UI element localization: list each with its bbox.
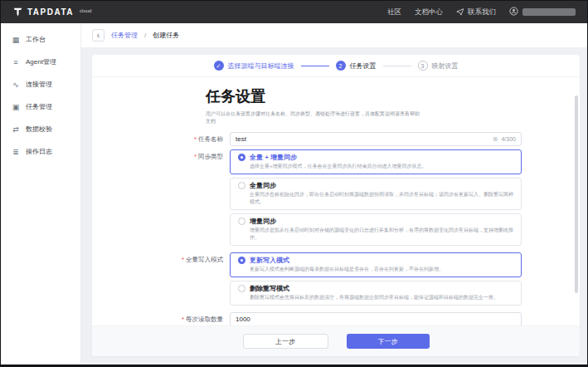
radio-unselected-icon[interactable] xyxy=(238,285,245,292)
step-connector-pending xyxy=(383,66,411,66)
sidebar-item-data-verify[interactable]: ⇄ 数据校验 xyxy=(1,118,80,140)
paper-plane-icon xyxy=(456,7,464,17)
next-step-button[interactable]: 下一步 xyxy=(347,334,430,349)
task-name-label: 任务名称 xyxy=(92,132,230,146)
form-scroll-area: 任务设置 用户可以在任务设置步骤对任务名称、同步类型、遇错处理等进行设置，具体配… xyxy=(92,77,580,325)
step-2-number: 2 xyxy=(336,61,346,71)
top-header: TAPDATA cloud 社区 文档中心 联系我们 xyxy=(1,1,587,23)
username-redacted xyxy=(522,8,576,16)
read-count-input[interactable] xyxy=(236,316,516,323)
breadcrumb: ‹ 任务管理 / 创建任务 xyxy=(81,23,587,47)
write-mode-option-update[interactable]: 更新写入模式 更新写入模式会判断源端的每条数据在目标端是否存在，若存在则更新，不… xyxy=(230,252,522,277)
sidebar-item-connections[interactable]: ∿ 连接管理 xyxy=(1,73,80,95)
step-1-connections[interactable]: ✓ 选择源端与目标端连接 xyxy=(214,61,294,71)
dashboard-icon: ▦ xyxy=(12,36,20,44)
user-menu[interactable] xyxy=(509,7,576,17)
radio-unselected-icon[interactable] xyxy=(238,218,245,225)
tapdata-shield-icon xyxy=(12,7,23,17)
agent-list-icon: ≡ xyxy=(12,58,20,66)
task-icon: ▣ xyxy=(12,103,20,111)
read-count-input-box xyxy=(230,312,522,325)
wizard-footer: 上一步 下一步 xyxy=(92,325,580,356)
task-name-input[interactable] xyxy=(236,135,489,143)
step-3-number: 3 xyxy=(418,61,428,71)
back-button[interactable]: ‹ xyxy=(92,29,104,42)
logo-text: TAPDATA xyxy=(27,7,74,18)
radio-selected-icon[interactable] xyxy=(238,257,245,264)
clear-input-icon[interactable]: ⊗ xyxy=(493,136,498,143)
sync-type-option-incremental[interactable]: 增量同步 增量同步是指从任务启动时刻对存储的源端变化的日志进行采集和分析，有序的… xyxy=(230,213,522,246)
nav-community[interactable]: 社区 xyxy=(387,7,401,17)
read-count-label: 每次读取数量 xyxy=(92,312,230,325)
previous-step-button[interactable]: 上一步 xyxy=(243,334,328,349)
step-1-check-icon: ✓ xyxy=(214,61,224,71)
sidebar-item-workbench[interactable]: ▦ 工作台 xyxy=(1,28,80,51)
nav-docs[interactable]: 文档中心 xyxy=(415,7,443,17)
connection-icon: ∿ xyxy=(12,81,20,89)
sidebar: ▦ 工作台 ≡ Agent管理 ∿ 连接管理 ▣ 任务管理 ⇄ 数据校验 ≣ 操… xyxy=(1,23,81,365)
radio-selected-icon[interactable] xyxy=(238,154,245,161)
char-counter: 4/300 xyxy=(501,136,516,142)
operation-log-icon: ≣ xyxy=(12,148,20,156)
sidebar-item-agent[interactable]: ≡ Agent管理 xyxy=(1,51,80,73)
app-window: TAPDATA cloud 社区 文档中心 联系我们 ▦ xyxy=(0,0,588,367)
read-count-row: 每次读取数量 xyxy=(92,312,580,325)
scrollbar-thumb[interactable] xyxy=(575,95,578,293)
step-connector-done xyxy=(301,66,329,66)
task-name-input-box: ⊗ 4/300 xyxy=(230,132,522,146)
task-name-row: 任务名称 ⊗ 4/300 xyxy=(92,132,580,146)
page-description: 用户可以在任务设置步骤对任务名称、同步类型、遇错处理等进行设置，具体配置说明请查… xyxy=(206,110,420,125)
page-title: 任务设置 xyxy=(206,86,580,106)
breadcrumb-parent-link[interactable]: 任务管理 xyxy=(111,31,138,40)
sidebar-item-operation-log[interactable]: ≣ 操作日志 xyxy=(1,140,80,163)
logo-cloud-badge: cloud xyxy=(80,7,91,14)
nav-contact[interactable]: 联系我们 xyxy=(456,7,496,17)
step-2-task-settings[interactable]: 2 任务设置 xyxy=(336,61,377,71)
sync-type-option-full[interactable]: 全量同步 全量同步也称初始化同步，即在任务启动时刻将源端数据快照读取，并同步至目… xyxy=(230,178,522,210)
breadcrumb-current: 创建任务 xyxy=(153,31,179,40)
write-mode-row: 全量写入模式 更新写入模式 更新写入模式会判断源端的每条数据在目标端是否存在，若… xyxy=(92,252,580,309)
radio-unselected-icon[interactable] xyxy=(238,182,245,189)
step-3-mapping[interactable]: 3 映射设置 xyxy=(418,61,459,71)
sync-type-row: 同步类型 全量 + 增量同步 选择全量+增量同步模式，任务会在全量同步执行结束后… xyxy=(92,149,580,249)
sidebar-item-tasks[interactable]: ▣ 任务管理 xyxy=(1,95,80,118)
data-verify-icon: ⇄ xyxy=(12,125,20,134)
task-settings-card: ✓ 选择源端与目标端连接 2 任务设置 3 映射设置 xyxy=(92,55,580,356)
sync-type-label: 同步类型 xyxy=(92,149,230,161)
sync-type-option-full-incremental[interactable]: 全量 + 增量同步 选择全量+增量同步模式，任务会在全量同步执行结束后自动进入增… xyxy=(230,149,522,174)
wizard-stepper: ✓ 选择源端与目标端连接 2 任务设置 3 映射设置 xyxy=(92,55,580,77)
breadcrumb-separator: / xyxy=(144,32,146,39)
brand-logo[interactable]: TAPDATA cloud xyxy=(12,7,91,18)
write-mode-label: 全量写入模式 xyxy=(92,252,230,264)
write-mode-option-delete-rewrite[interactable]: 删除重写模式 删除重写模式会先将目标表的数据清空，再将源端数据全部同步至目标端，… xyxy=(230,281,522,306)
user-avatar-icon xyxy=(509,7,518,17)
